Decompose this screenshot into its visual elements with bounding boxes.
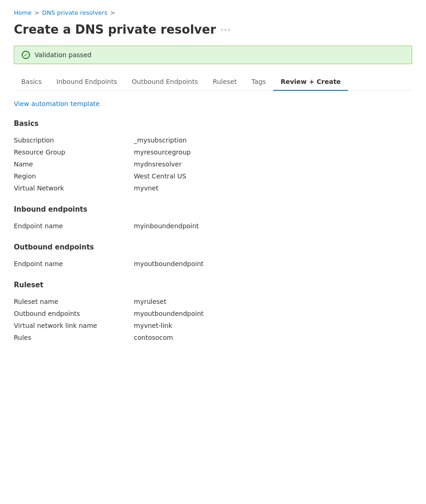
outbound-endpoints-section: Outbound endpoints Endpoint namemyoutbou… (14, 243, 412, 270)
field-label: Rules (14, 332, 134, 344)
ruleset-section: Ruleset Ruleset namemyrulesetOutbound en… (14, 281, 412, 344)
breadcrumb-home[interactable]: Home (14, 9, 31, 16)
field-label: Virtual network link name (14, 320, 134, 332)
ruleset-table: Ruleset namemyrulesetOutbound endpointsm… (14, 296, 412, 344)
basics-table: Subscription_mysubscriptionResource Grou… (14, 134, 412, 194)
tab-ruleset[interactable]: Ruleset (205, 73, 244, 91)
table-row: Endpoint namemyoutboundendpoint (14, 258, 412, 270)
breadcrumb-dns-resolvers[interactable]: DNS private resolvers (42, 9, 107, 16)
validation-check-icon: ✓ (22, 51, 30, 59)
tab-bar: Basics Inbound Endpoints Outbound Endpoi… (14, 73, 412, 91)
tab-outbound-endpoints[interactable]: Outbound Endpoints (125, 73, 206, 91)
field-value: myvnet (134, 182, 412, 194)
field-value: myresourcegroup (134, 146, 412, 158)
field-value: _mysubscription (134, 134, 412, 146)
field-label: Region (14, 170, 134, 182)
table-row: Resource Groupmyresourcegroup (14, 146, 412, 158)
validation-message: Validation passed (35, 51, 91, 59)
table-row: Namemydnsresolver (14, 158, 412, 170)
inbound-endpoints-section: Inbound endpoints Endpoint namemyinbound… (14, 205, 412, 232)
breadcrumb-sep1: > (34, 9, 39, 16)
field-value: myruleset (134, 296, 412, 308)
field-label: Ruleset name (14, 296, 134, 308)
tab-tags[interactable]: Tags (244, 73, 273, 91)
table-row: Rulescontosocom (14, 332, 412, 344)
tab-review-create[interactable]: Review + Create (273, 73, 348, 91)
field-value: contosocom (134, 332, 412, 344)
page-title-row: Create a DNS private resolver ··· (14, 23, 412, 36)
field-label: Resource Group (14, 146, 134, 158)
breadcrumb: Home > DNS private resolvers > (14, 9, 412, 16)
field-label: Subscription (14, 134, 134, 146)
table-row: Ruleset namemyruleset (14, 296, 412, 308)
more-options-icon[interactable]: ··· (221, 25, 231, 35)
inbound-endpoints-table: Endpoint namemyinboundendpoint (14, 220, 412, 232)
field-label: Endpoint name (14, 220, 134, 232)
field-label: Name (14, 158, 134, 170)
field-value: mydnsresolver (134, 158, 412, 170)
page-title: Create a DNS private resolver (14, 23, 216, 36)
validation-banner: ✓ Validation passed (14, 46, 412, 64)
field-value: myvnet-link (134, 320, 412, 332)
table-row: Virtual Networkmyvnet (14, 182, 412, 194)
outbound-endpoints-table: Endpoint namemyoutboundendpoint (14, 258, 412, 270)
inbound-endpoints-section-title: Inbound endpoints (14, 205, 412, 213)
table-row: Outbound endpointsmyoutboundendpoint (14, 308, 412, 320)
table-row: Virtual network link namemyvnet-link (14, 320, 412, 332)
basics-section: Basics Subscription_mysubscriptionResour… (14, 119, 412, 194)
basics-section-title: Basics (14, 119, 412, 128)
tab-basics[interactable]: Basics (14, 73, 49, 91)
table-row: Endpoint namemyinboundendpoint (14, 220, 412, 232)
field-value: myinboundendpoint (134, 220, 412, 232)
outbound-endpoints-section-title: Outbound endpoints (14, 243, 412, 251)
field-label: Endpoint name (14, 258, 134, 270)
field-label: Outbound endpoints (14, 308, 134, 320)
field-value: West Central US (134, 170, 412, 182)
table-row: RegionWest Central US (14, 170, 412, 182)
field-value: myoutboundendpoint (134, 308, 412, 320)
table-row: Subscription_mysubscription (14, 134, 412, 146)
field-label: Virtual Network (14, 182, 134, 194)
tab-inbound-endpoints[interactable]: Inbound Endpoints (49, 73, 124, 91)
ruleset-section-title: Ruleset (14, 281, 412, 289)
field-value: myoutboundendpoint (134, 258, 412, 270)
breadcrumb-sep2: > (110, 9, 115, 16)
view-automation-template-link[interactable]: View automation template (14, 100, 100, 107)
